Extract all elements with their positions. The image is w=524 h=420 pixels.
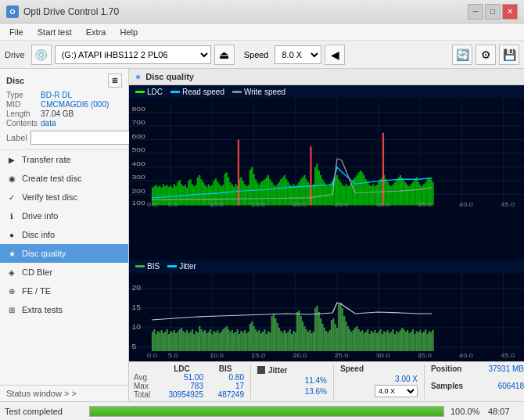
svg-rect-121 [302,178,303,206]
svg-rect-331 [331,320,332,351]
svg-rect-292 [260,333,262,351]
svg-rect-296 [267,331,269,351]
svg-rect-269 [218,333,220,351]
svg-rect-42 [159,185,160,205]
svg-rect-305 [284,330,285,351]
bis-total: 487249 [206,390,244,399]
jitter-avg-label [257,376,289,388]
svg-rect-135 [327,186,328,206]
svg-rect-191 [429,178,430,206]
svg-rect-195 [310,146,311,205]
svg-rect-45 [164,186,166,206]
svg-rect-322 [314,308,316,351]
settings-button[interactable]: ⚙ [476,45,496,65]
sidebar-item-disc-quality[interactable]: ★ Disc quality [0,244,128,263]
svg-rect-315 [302,321,303,351]
sidebar-item-transfer-rate[interactable]: ▶ Transfer rate [0,150,128,169]
svg-rect-254 [192,329,193,351]
close-button[interactable]: ✕ [502,4,518,20]
svg-rect-350 [365,332,367,351]
svg-rect-369 [400,330,401,351]
svg-rect-91 [247,185,249,205]
svg-text:600: 600 [131,133,145,140]
bis-col-header: BIS [206,364,244,373]
svg-rect-108 [278,182,280,206]
label-input[interactable] [31,131,135,145]
svg-rect-368 [397,332,399,351]
svg-text:20.0: 20.0 [293,202,307,208]
disc-section-icon[interactable]: ⊞ [108,74,122,88]
mid-value: CMCMAGDI6 (000) [41,100,122,109]
eject-button[interactable]: ⏏ [214,45,235,65]
menu-help[interactable]: Help [113,26,144,38]
speed-stat-select[interactable]: 4.0 X [375,385,418,397]
status-text: Test completed [5,407,83,416]
jitter-max-label [257,387,289,399]
svg-text:10.0: 10.0 [210,352,224,359]
menu-start-test[interactable]: Start test [31,26,78,38]
cd-bier-label: CD BIer [22,267,52,277]
svg-rect-82 [231,185,233,205]
ldc-col-header: LDC [160,364,203,373]
sidebar-item-cd-bier[interactable]: ◈ CD BIer [0,263,128,282]
svg-rect-367 [396,331,397,351]
svg-rect-154 [361,173,363,206]
app-icon: O [6,5,19,18]
status-window-label: Status window > > [6,389,77,398]
svg-rect-372 [405,332,407,351]
svg-rect-111 [284,175,285,206]
svg-rect-299 [273,314,275,351]
svg-rect-181 [411,184,412,205]
stats-sep-2 [333,364,334,399]
svg-rect-180 [408,186,410,206]
svg-rect-318 [307,332,309,351]
svg-rect-78 [224,174,225,205]
svg-rect-291 [258,330,260,351]
svg-rect-107 [276,184,278,205]
speed-select[interactable]: 8.0 X [275,45,321,64]
maximize-button[interactable]: □ [485,4,501,20]
svg-rect-147 [349,185,350,205]
save-button[interactable]: 💾 [499,45,519,65]
type-value: BD-R DL [41,91,122,99]
svg-rect-172 [394,182,396,206]
status-window-button[interactable]: Status window > > [0,385,128,401]
svg-rect-290 [257,332,258,351]
svg-rect-105 [273,185,275,205]
contents-value: data [41,119,122,127]
svg-rect-41 [157,187,159,206]
label-label: Label [6,133,27,142]
svg-text:5.0: 5.0 [168,352,178,359]
sidebar-item-extra-tests[interactable]: ⊞ Extra tests [0,300,128,319]
length-label: Length [6,109,38,118]
svg-rect-285 [247,332,249,351]
sidebar-item-disc-info[interactable]: ● Disc info [0,225,128,244]
sidebar-item-verify-test-disc[interactable]: ✓ Verify test disc [0,188,128,206]
ldc-total: 30954925 [160,390,203,399]
svg-rect-183 [414,179,415,205]
svg-rect-386 [430,332,432,351]
minimize-button[interactable]: ─ [468,4,483,20]
svg-text:300: 300 [131,174,145,181]
extra-tests-icon: ⊞ [6,304,17,315]
svg-text:800: 800 [131,106,145,113]
refresh-button[interactable]: 🔄 [452,45,472,65]
svg-rect-310 [293,331,294,351]
svg-text:15: 15 [131,303,141,311]
sidebar-item-create-test-disc[interactable]: ◉ Create test disc [0,169,128,188]
svg-rect-264 [210,329,211,351]
menu-file[interactable]: File [3,26,30,38]
svg-rect-333 [334,324,336,351]
drive-select[interactable]: (G:) ATAPI iHBS112 2 PL06 [55,45,211,64]
speed-down-button[interactable]: ◀ [325,45,345,65]
svg-rect-132 [321,179,323,205]
menu-extra[interactable]: Extra [80,26,113,38]
window-controls: ─ □ ✕ [468,4,518,20]
sidebar-item-fe-te[interactable]: ⊕ FE / TE [0,282,128,300]
svg-rect-272 [224,328,225,351]
svg-rect-365 [392,329,393,351]
drive-icon-button[interactable]: 💿 [31,45,52,65]
svg-rect-109 [280,179,282,205]
svg-rect-345 [356,326,357,351]
sidebar-item-drive-info[interactable]: ℹ Drive info [0,206,128,225]
